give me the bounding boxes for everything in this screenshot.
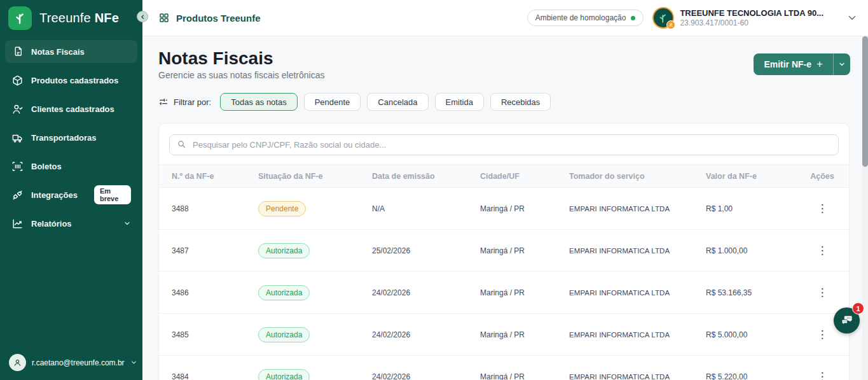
company-avatar [652, 7, 674, 29]
column-header-value: Valor da NF-e [693, 172, 796, 181]
cell-client: EMPARI INFORMATICA LTDA [556, 373, 693, 380]
cell-value: R$ 5.000,00 [693, 330, 796, 339]
cell-status: Autorizada [245, 327, 359, 342]
filter-chip-all[interactable]: Todas as notas [220, 93, 297, 111]
status-badge: Autorizada [258, 327, 310, 342]
sidebar-item-transportadoras[interactable]: Transportadoras [5, 126, 137, 149]
cell-client: EMPARI INFORMATICA LTDA [556, 289, 693, 297]
emit-nfe-label: Emitir NF-e [764, 59, 811, 69]
cell-actions: ⋮ [796, 243, 849, 258]
row-actions-menu-button[interactable]: ⋮ [812, 369, 833, 380]
search-icon [177, 139, 186, 151]
cell-client: EMPARI INFORMATICA LTDA [556, 205, 693, 213]
topbar: Produtos Treeunfe Ambiente de homologaçã… [142, 0, 868, 36]
logo-text-bold: NFe [95, 11, 119, 25]
cell-value: R$ 1,00 [693, 204, 796, 213]
cell-city: Maringá / PR [467, 330, 556, 339]
sidebar-item-label: Produtos cadastrados [31, 76, 118, 85]
logo-text-regular: Treeunfe [39, 11, 91, 25]
table-row: 3485 Autorizada 24/02/2026 Maringá / PR … [159, 314, 849, 356]
page-title: Notas Fiscais [158, 48, 273, 69]
sidebar: Treeunfe NFe Notas Fiscais Produtos cada… [0, 0, 142, 380]
main-content: Notas Fiscais Gerencie as suas notas fis… [142, 36, 868, 380]
table-row: 3487 Autorizada 25/02/2026 Maringá / PR … [159, 230, 849, 272]
filter-label: Filtrar por: [158, 97, 211, 107]
cell-status: Autorizada [245, 243, 359, 258]
scrollbar-thumb[interactable] [862, 36, 868, 167]
chart-line-icon [11, 218, 24, 230]
cell-city: Maringá / PR [467, 372, 556, 380]
cell-city: Maringá / PR [467, 204, 556, 213]
logo: Treeunfe NFe [0, 0, 142, 36]
sidebar-item-boletos[interactable]: Boletos [5, 155, 137, 178]
status-badge: Pendente [258, 201, 306, 216]
app-window: Treeunfe NFe Notas Fiscais Produtos cada… [0, 0, 868, 380]
cell-actions: ⋮ [796, 369, 849, 380]
sidebar-item-relatorios[interactable]: Relatórios [5, 212, 137, 235]
company-switcher[interactable]: TREEUNFE TECNOLOGIA LTDA 90... 23.903.41… [652, 7, 823, 29]
cell-client: EMPARI INFORMATICA LTDA [556, 247, 693, 255]
filter-chip-emitida[interactable]: Emitida [435, 93, 484, 111]
column-header-number: N.º da NF-e [159, 172, 245, 181]
sidebar-item-label: Integrações [31, 190, 78, 200]
filter-chip-recebidas[interactable]: Recebidas [490, 93, 551, 111]
sliders-filter-icon [158, 97, 169, 107]
cell-date: 24/02/2026 [359, 288, 467, 297]
cell-date: 24/02/2026 [359, 330, 467, 339]
invoice-document-icon [11, 46, 24, 58]
row-actions-menu-button[interactable]: ⋮ [812, 327, 833, 342]
filter-chip-pendente[interactable]: Pendente [304, 93, 361, 111]
coming-soon-badge: Em breve [94, 185, 131, 204]
chevron-left-icon [140, 14, 146, 20]
cell-number: 3486 [159, 288, 245, 297]
column-header-actions: Ações [796, 172, 849, 181]
chat-notification-badge: 1 [852, 302, 864, 314]
sidebar-user-menu[interactable]: r.caetano@treeunfe.com.br [9, 354, 136, 371]
chevron-down-icon[interactable] [846, 12, 858, 24]
chat-bubbles-icon [840, 314, 853, 327]
grid-apps-icon [158, 12, 170, 24]
filter-chip-cancelada[interactable]: Cancelada [367, 93, 428, 111]
cell-number: 3484 [159, 372, 245, 380]
emit-nfe-button[interactable]: Emitir NF-e + [754, 53, 833, 75]
column-header-city: Cidade/UF [467, 172, 556, 181]
cell-status: Autorizada [245, 369, 359, 380]
search-input[interactable] [169, 134, 839, 155]
cell-city: Maringá / PR [467, 288, 556, 297]
user-avatar [9, 354, 26, 371]
search-bar [169, 134, 839, 155]
row-actions-menu-button[interactable]: ⋮ [812, 201, 833, 216]
emit-nfe-dropdown-button[interactable] [833, 53, 850, 75]
cell-actions: ⋮ [796, 285, 849, 300]
invoices-card: N.º da NF-e Situação da NF-e Data de emi… [158, 123, 850, 380]
cell-number: 3487 [159, 246, 245, 255]
row-actions-menu-button[interactable]: ⋮ [812, 243, 833, 258]
sidebar-collapse-button[interactable] [137, 11, 148, 22]
app-section-title: Produtos Treeunfe [176, 13, 261, 24]
sidebar-item-clientes[interactable]: Clientes cadastrados [5, 97, 137, 120]
cell-value: R$ 1.000,00 [693, 246, 796, 255]
scrollbar-track[interactable] [862, 36, 868, 380]
cell-status: Autorizada [245, 285, 359, 300]
sidebar-item-notas-fiscais[interactable]: Notas Fiscais [5, 40, 137, 63]
cell-value: R$ 53.166,35 [693, 288, 796, 297]
emit-nfe-split-button: Emitir NF-e + [754, 53, 850, 75]
user-email: r.caetano@treeunfe.com.br [32, 358, 125, 367]
sidebar-nav: Notas Fiscais Produtos cadastrados Clien… [5, 40, 137, 241]
row-actions-menu-button[interactable]: ⋮ [812, 285, 833, 300]
cell-date: N/A [359, 204, 467, 213]
sidebar-item-label: Boletos [31, 162, 62, 171]
sidebar-item-produtos[interactable]: Produtos cadastrados [5, 69, 137, 92]
table-row: 3484 Autorizada 24/02/2026 Maringá / PR … [159, 356, 849, 380]
table-row: 3486 Autorizada 24/02/2026 Maringá / PR … [159, 272, 849, 314]
chevron-down-icon [838, 60, 846, 68]
table-row: 3488 Pendente N/A Maringá / PR EMPARI IN… [159, 188, 849, 230]
environment-label: Ambiente de homologação [535, 13, 626, 22]
cell-client: EMPARI INFORMATICA LTDA [556, 331, 693, 339]
sidebar-item-label: Notas Fiscais [31, 47, 85, 57]
barcode-icon [11, 160, 24, 172]
sidebar-item-integracoes[interactable]: Integrações Em breve [5, 183, 137, 206]
sidebar-item-label: Transportadoras [31, 133, 97, 143]
status-badge: Autorizada [258, 285, 310, 300]
cell-number: 3485 [159, 330, 245, 339]
